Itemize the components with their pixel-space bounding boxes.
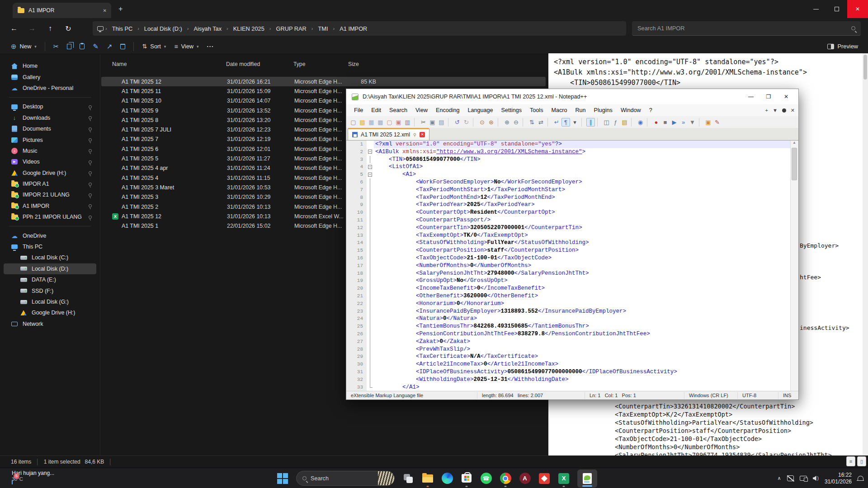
up-button[interactable]: ↑ bbox=[44, 23, 56, 34]
pin-tab-icon[interactable]: ⚲ bbox=[413, 132, 416, 137]
folder-workspace-icon[interactable]: ▤ bbox=[620, 118, 629, 127]
word-wrap-icon[interactable]: ↵ bbox=[552, 118, 561, 127]
macro-save-icon[interactable]: ▼ bbox=[688, 118, 697, 127]
menu-encoding[interactable]: Encoding bbox=[432, 106, 464, 115]
indent-guide-icon[interactable]: ∥ bbox=[586, 118, 595, 127]
sidebar-item-data-e-[interactable]: DATA (E:) bbox=[4, 274, 96, 285]
column-header-type[interactable]: Type bbox=[293, 61, 305, 67]
npp-close-button[interactable]: ✕ bbox=[779, 94, 793, 100]
breadcrumb-item[interactable]: Local Disk (D:) bbox=[141, 24, 185, 33]
sidebar-item-a1-impor[interactable]: A1 IMPOR bbox=[4, 201, 96, 211]
notepadpp-titlebar[interactable]: D:\Aisyah Tax\KLIEN 2025\GRUP RAR\TMI\A1… bbox=[346, 89, 798, 104]
cut-icon[interactable]: ✂ bbox=[419, 118, 428, 127]
new-tab-button[interactable]: + bbox=[118, 5, 123, 13]
doc-map-icon[interactable]: ◫ bbox=[602, 118, 611, 127]
editor-scrollbar[interactable]: ▲ bbox=[790, 141, 798, 391]
preview-toggle-button[interactable]: Preview bbox=[827, 43, 858, 50]
column-header-name[interactable]: Name bbox=[112, 61, 127, 67]
sidebar-item-local-disk-g-[interactable]: Local Disk (G:) bbox=[4, 296, 96, 307]
fold-collapse-icon[interactable]: − bbox=[368, 173, 372, 177]
sync-vertical-icon[interactable]: ⇅ bbox=[528, 118, 536, 127]
edge-app[interactable] bbox=[441, 473, 453, 484]
sidebar-item-ssd-f-[interactable]: SSD (F:) bbox=[4, 285, 96, 296]
a-red-app[interactable]: A bbox=[519, 473, 531, 484]
sync-horizontal-icon[interactable]: ⇄ bbox=[537, 118, 545, 127]
sidebar-item-this-pc[interactable]: This PC bbox=[4, 241, 96, 252]
tray-chevron-icon[interactable]: ∧ bbox=[778, 475, 781, 481]
doc-monitor-icon[interactable]: ◉ bbox=[636, 118, 645, 127]
symbols-dropdown-icon[interactable]: ▾ bbox=[571, 118, 579, 127]
microsoft-store-app[interactable] bbox=[461, 473, 472, 484]
notepadpp-app[interactable] bbox=[577, 469, 597, 488]
search-icon[interactable] bbox=[851, 26, 855, 30]
menu-language[interactable]: Language bbox=[464, 106, 497, 115]
breadcrumb-item[interactable]: A1 IMPOR bbox=[336, 24, 370, 33]
sidebar-item-onedrive-personal[interactable]: ☁OneDrive - Personal bbox=[4, 83, 96, 94]
edge-sidebar-list-icon[interactable]: ≡ bbox=[846, 456, 855, 466]
record-dot-icon[interactable] bbox=[782, 108, 786, 113]
menu-plugins[interactable]: Plugins bbox=[590, 106, 617, 115]
breadcrumb-item[interactable]: This PC bbox=[109, 24, 136, 33]
menu-view[interactable]: View bbox=[411, 106, 432, 115]
macro-stop-icon[interactable]: ■ bbox=[661, 118, 670, 127]
weather-widget[interactable]: 5 Hari hujan yang... 30°C bbox=[7, 470, 54, 482]
sidebar-item-network[interactable]: Network bbox=[4, 319, 96, 329]
menu-edit[interactable]: Edit bbox=[367, 106, 385, 115]
menu-tools[interactable]: Tools bbox=[526, 106, 547, 115]
close-all-icon[interactable]: ▣ bbox=[394, 118, 403, 127]
save-icon[interactable]: ▦ bbox=[367, 118, 376, 127]
breadcrumb-item[interactable]: KLIEN 2025 bbox=[230, 24, 268, 33]
back-button[interactable]: ← bbox=[8, 23, 20, 34]
sidebar-item-gallery[interactable]: Gallery bbox=[4, 71, 96, 82]
zoom-in-icon[interactable]: ⊕ bbox=[503, 118, 511, 127]
fold-collapse-icon[interactable]: − bbox=[368, 150, 372, 154]
cut-button[interactable]: ✂ bbox=[53, 43, 59, 50]
function-list-icon[interactable]: ƒ bbox=[611, 118, 620, 127]
taskbar-search[interactable]: Search bbox=[296, 471, 395, 486]
sidebar-item-impor-a1[interactable]: IMPOR A1 bbox=[4, 178, 96, 189]
menu-search[interactable]: Search bbox=[385, 106, 411, 115]
share-button[interactable]: ↗ bbox=[107, 43, 113, 50]
view-button[interactable]: ≡ View ▾ bbox=[174, 43, 198, 50]
close-tab-icon[interactable]: ✕ bbox=[420, 132, 425, 137]
sidebar-item-music[interactable]: ♪Music bbox=[4, 145, 96, 156]
document-tab[interactable]: A1 TMI 2025 12.xml ⚲ ✕ bbox=[348, 128, 429, 140]
menu-window[interactable]: Window bbox=[617, 106, 645, 115]
sidebar-item-downloads[interactable]: ↓Downloads bbox=[4, 113, 96, 123]
menu-settings[interactable]: Settings bbox=[497, 106, 526, 115]
menu-file[interactable]: File bbox=[350, 106, 367, 115]
preview-scrollbar[interactable] bbox=[863, 53, 868, 455]
open-folder-icon[interactable]: ▤ bbox=[358, 118, 367, 127]
maximize-button[interactable] bbox=[826, 0, 847, 18]
whatsapp-app[interactable]: ☎ bbox=[480, 473, 492, 484]
editor-area[interactable]: 1<?xml version="1.0" encoding="UTF-8" st… bbox=[347, 141, 790, 391]
sidebar-item-pictures[interactable]: Pictures bbox=[4, 134, 96, 145]
display-network-icon[interactable] bbox=[800, 476, 807, 481]
edge-sidebar-page-icon[interactable]: ▯ bbox=[857, 456, 866, 466]
explorer-tab[interactable]: A1 IMPOR ✕ bbox=[13, 3, 111, 18]
preview-scrollbar-thumb[interactable] bbox=[863, 55, 867, 80]
print-icon[interactable]: ▥ bbox=[403, 118, 412, 127]
macro-run-multi-icon[interactable]: » bbox=[679, 118, 688, 127]
paste-icon[interactable]: ▤ bbox=[437, 118, 446, 127]
notification-bell-icon[interactable] bbox=[858, 476, 863, 481]
undo-icon[interactable]: ↺ bbox=[453, 118, 462, 127]
sidebar-item-videos[interactable]: ▶Videos bbox=[4, 156, 96, 167]
sidebar-item-documents[interactable]: Documents bbox=[4, 123, 96, 134]
find-icon[interactable]: ⊙ bbox=[478, 118, 486, 127]
dropdown-icon[interactable]: ▼ bbox=[773, 108, 778, 113]
column-header-date[interactable]: Date modified bbox=[226, 61, 260, 67]
replace-icon[interactable]: ⊛ bbox=[487, 118, 495, 127]
menu-macro[interactable]: Macro bbox=[547, 106, 571, 115]
redo-icon[interactable]: ↻ bbox=[462, 118, 471, 127]
macro-record-icon[interactable]: ● bbox=[652, 118, 660, 127]
rename-button[interactable]: ✎ bbox=[93, 43, 99, 50]
zoom-out-icon[interactable]: ⊖ bbox=[512, 118, 520, 127]
tray-clock[interactable]: 16:22 31/01/2026 bbox=[825, 472, 852, 485]
sidebar-item-onedrive[interactable]: ☁OneDrive bbox=[4, 230, 96, 241]
task-view-button[interactable] bbox=[402, 473, 414, 484]
forward-button[interactable]: → bbox=[26, 23, 38, 34]
close-icon[interactable]: ✕ bbox=[791, 108, 795, 113]
fold-collapse-icon[interactable]: − bbox=[368, 165, 372, 169]
delete-button[interactable] bbox=[120, 44, 125, 49]
